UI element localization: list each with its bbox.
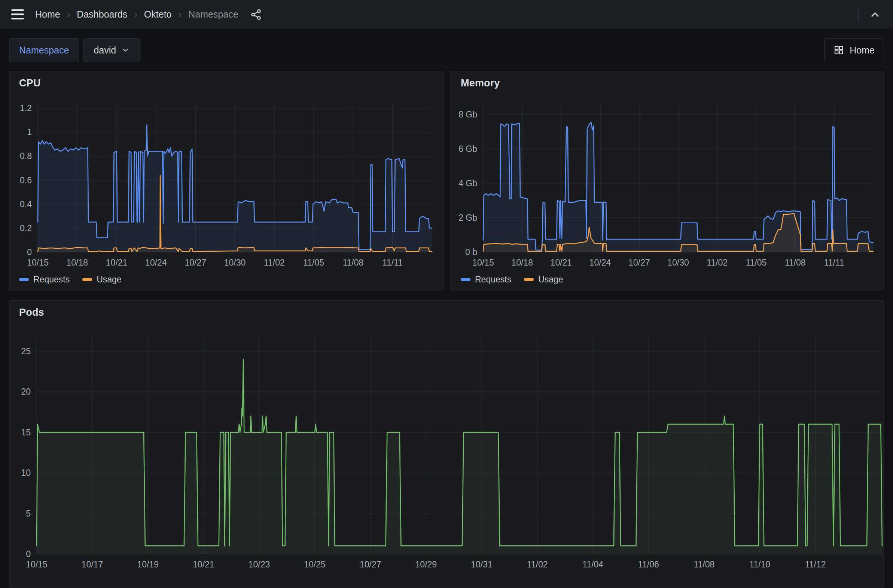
y-axis-tick-label: 0 — [27, 247, 32, 257]
y-axis-tick-label: 4 Gb — [459, 178, 477, 188]
legend-item-requests[interactable]: Requests — [461, 274, 511, 285]
memory-legend: RequestsUsage — [461, 274, 563, 285]
x-axis-tick-label: 11/11 — [824, 258, 844, 267]
panel-pods: Pods 051015202510/1510/1710/1910/2110/23… — [9, 300, 884, 588]
cpu-chart[interactable]: 00.20.40.60.811.210/1510/1810/2110/2410/… — [9, 72, 443, 291]
y-axis-tick-label: 0 — [26, 549, 31, 559]
x-axis-tick-label: 10/21 — [106, 258, 128, 267]
share-icon — [250, 8, 262, 21]
x-axis-tick-label: 10/18 — [511, 258, 533, 267]
chevron-down-icon — [121, 46, 129, 54]
x-axis-tick-label: 11/08 — [693, 560, 714, 569]
legend-item-usage[interactable]: Usage — [524, 274, 563, 285]
pods-chart[interactable]: 051015202510/1510/1710/1910/2110/2310/25… — [9, 301, 884, 588]
x-axis-tick-label: 10/18 — [67, 258, 88, 267]
memory-chart[interactable]: 0 b2 Gb4 Gb6 Gb8 Gb10/1510/1810/2110/241… — [451, 72, 884, 291]
x-axis-tick-label: 11/02 — [264, 258, 285, 267]
x-axis-tick-label: 10/15 — [26, 560, 48, 569]
legend-label: Requests — [33, 274, 70, 285]
x-axis-tick-label: 10/30 — [667, 258, 689, 267]
share-button[interactable] — [247, 6, 265, 23]
x-axis-tick-label: 10/23 — [248, 560, 270, 569]
y-axis-tick-label: 1.2 — [20, 103, 32, 113]
home-dashboard-button[interactable]: Home — [824, 38, 884, 62]
nav-right — [858, 6, 883, 23]
x-axis-tick-label: 11/02 — [527, 560, 548, 569]
x-axis-tick-label: 11/06 — [638, 560, 659, 569]
x-axis-tick-label: 11/11 — [382, 258, 403, 267]
x-axis-tick-label: 10/24 — [589, 258, 611, 267]
nav-divider — [858, 6, 858, 23]
y-axis-tick-label: 0 b — [465, 247, 477, 257]
x-axis-tick-label: 10/31 — [471, 560, 493, 569]
chevron-right-icon: › — [134, 9, 137, 19]
chevron-right-icon: › — [67, 9, 71, 19]
breadcrumb: Home › Dashboards › Okteto › Namespace — [35, 9, 238, 20]
x-axis-tick-label: 10/30 — [224, 258, 246, 267]
legend-label: Requests — [475, 274, 511, 285]
x-axis-tick-label: 10/21 — [550, 258, 572, 267]
y-axis-tick-label: 10 — [21, 468, 31, 478]
top-nav: Home › Dashboards › Okteto › Namespace — [0, 0, 893, 29]
x-axis-tick-label: 11/08 — [785, 258, 806, 267]
y-axis-tick-label: 0.2 — [20, 223, 32, 233]
menu-icon — [11, 9, 24, 11]
breadcrumb-namespace: Namespace — [188, 9, 238, 20]
y-axis-tick-label: 0.6 — [20, 176, 32, 185]
x-axis-tick-label: 10/25 — [304, 560, 326, 569]
breadcrumb-home[interactable]: Home — [35, 9, 60, 20]
y-axis-tick-label: 5 — [26, 509, 31, 518]
home-button-label: Home — [849, 45, 875, 56]
legend-swatch — [19, 278, 29, 281]
x-axis-tick-label: 10/15 — [27, 258, 49, 267]
y-axis-tick-label: 15 — [21, 428, 31, 437]
y-axis-tick-label: 0.8 — [20, 151, 32, 161]
y-axis-tick-label: 6 Gb — [459, 144, 477, 154]
variable-label: Namespace — [9, 38, 79, 62]
legend-label: Usage — [538, 274, 563, 285]
x-axis-tick-label: 10/21 — [193, 560, 215, 569]
legend-label: Usage — [96, 274, 121, 285]
legend-item-requests[interactable]: Requests — [19, 274, 70, 285]
pods-plot: 051015202510/1510/1710/1910/2110/2310/25… — [9, 301, 884, 588]
x-axis-tick-label: 11/04 — [582, 560, 603, 569]
x-axis-tick-label: 10/24 — [145, 258, 167, 267]
legend-swatch — [82, 278, 92, 281]
variable-namespace: Namespace david — [9, 38, 140, 62]
x-axis-tick-label: 11/12 — [805, 560, 826, 569]
chevron-up-icon — [869, 9, 881, 21]
variable-value: david — [93, 45, 116, 56]
variable-value-dropdown[interactable]: david — [83, 38, 140, 62]
x-axis-tick-label: 11/05 — [303, 258, 324, 267]
legend-swatch — [461, 278, 471, 281]
x-axis-tick-label: 11/02 — [707, 258, 728, 267]
series-area-pods — [37, 360, 882, 554]
y-axis-tick-label: 2 Gb — [459, 213, 477, 222]
breadcrumb-okteto[interactable]: Okteto — [144, 9, 172, 20]
x-axis-tick-label: 10/19 — [137, 560, 159, 569]
x-axis-tick-label: 10/17 — [81, 560, 103, 569]
x-axis-tick-label: 11/08 — [343, 258, 364, 267]
panel-memory: Memory 0 b2 Gb4 Gb6 Gb8 Gb10/1510/1810/2… — [451, 71, 884, 291]
legend-swatch — [524, 278, 534, 281]
y-axis-tick-label: 25 — [21, 346, 31, 356]
x-axis-tick-label: 11/05 — [746, 258, 767, 267]
breadcrumb-dashboards[interactable]: Dashboards — [77, 9, 127, 20]
x-axis-tick-label: 10/27 — [628, 258, 650, 267]
dashboard-toolbar: Namespace david Home — [9, 38, 884, 62]
cpu-plot: 00.20.40.60.811.210/1510/1810/2110/2410/… — [9, 72, 443, 291]
y-axis-tick-label: 0.4 — [20, 200, 32, 209]
legend-item-usage[interactable]: Usage — [82, 274, 121, 285]
x-axis-tick-label: 10/27 — [185, 258, 206, 267]
x-axis-tick-label: 10/15 — [472, 258, 494, 267]
y-axis-tick-label: 1 — [27, 127, 32, 137]
menu-button[interactable] — [10, 6, 26, 23]
collapse-nav-button[interactable] — [867, 6, 883, 23]
x-axis-tick-label: 10/29 — [415, 560, 437, 569]
cpu-legend: RequestsUsage — [19, 274, 122, 285]
apps-grid-icon — [833, 45, 844, 56]
x-axis-tick-label: 11/10 — [749, 560, 770, 569]
y-axis-tick-label: 8 Gb — [459, 110, 477, 119]
y-axis-tick-label: 20 — [21, 387, 31, 396]
panel-cpu: CPU 00.20.40.60.811.210/1510/1810/2110/2… — [9, 71, 444, 291]
